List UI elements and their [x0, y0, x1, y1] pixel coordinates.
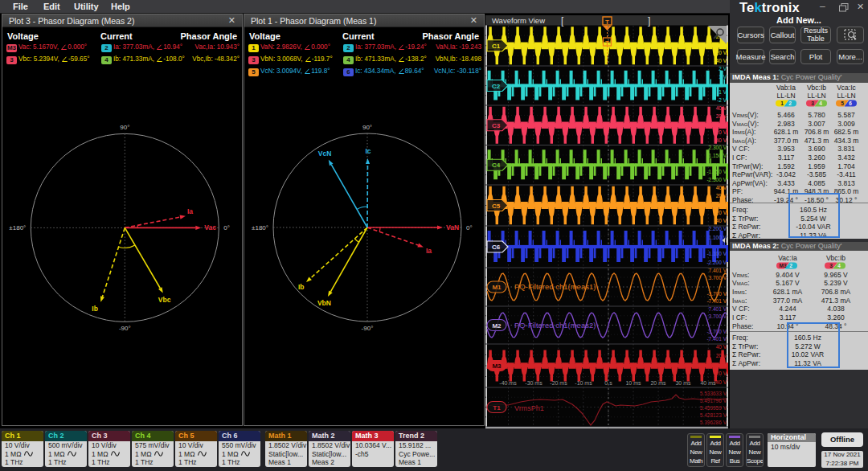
svg-text:2.300 V: 2.300 V — [709, 145, 727, 150]
svg-text:5.533633 V: 5.533633 V — [700, 391, 727, 396]
svg-text:VcN: VcN — [318, 149, 332, 158]
svg-text:Ib: Ib — [298, 283, 305, 291]
svg-text:7.401 V: 7.401 V — [709, 306, 727, 312]
svg-text:3: 3 — [811, 100, 814, 106]
svg-text:Waveform View: Waveform View — [492, 16, 545, 25]
svg-text:±180°: ±180° — [9, 224, 26, 231]
svg-text:-40 V: -40 V — [714, 58, 727, 63]
svg-text:-2.200 V: -2.200 V — [706, 260, 727, 265]
svg-text:-30 ms: -30 ms — [525, 380, 542, 386]
svg-text:20 V: 20 V — [716, 353, 727, 358]
svg-text:0 s: 0 s — [604, 380, 612, 386]
svg-text:5.428123 V: 5.428123 V — [700, 412, 727, 418]
svg-text:Vbc: Vbc — [158, 296, 171, 304]
svg-text:6: 6 — [849, 100, 852, 106]
svg-text:5.396286 V: 5.396286 V — [700, 420, 727, 425]
svg-text:T: T — [605, 39, 609, 47]
svg-text:4: 4 — [819, 100, 822, 106]
svg-text:-90°: -90° — [119, 325, 131, 332]
svg-text:PQ-Filtered ch1(meas1): PQ-Filtered ch1(meas1) — [514, 282, 596, 291]
svg-text:]: ] — [648, 15, 650, 27]
svg-text:C3: C3 — [492, 122, 501, 129]
svg-text:2: 2 — [788, 100, 792, 106]
svg-text:C1: C1 — [492, 43, 501, 50]
svg-text:-20 V: -20 V — [714, 129, 727, 135]
svg-text:-40 V: -40 V — [714, 379, 727, 385]
svg-text:M3: M3 — [492, 362, 502, 370]
svg-text:2.200 V: 2.200 V — [709, 226, 727, 231]
svg-text:20 ms: 20 ms — [650, 380, 666, 386]
svg-text:M3: M3 — [779, 263, 786, 268]
svg-text:40 V: 40 V — [716, 185, 727, 190]
svg-text:T1: T1 — [493, 404, 501, 412]
svg-text:3.700 V: 3.700 V — [709, 275, 727, 281]
svg-text:-7.401 V: -7.401 V — [706, 298, 727, 304]
svg-text:5: 5 — [841, 100, 844, 106]
svg-text:-2 V: -2 V — [717, 97, 727, 103]
svg-text:C5: C5 — [492, 203, 501, 210]
svg-text:3: 3 — [829, 263, 833, 268]
svg-text:-1.100 V: -1.100 V — [706, 251, 727, 256]
svg-text:1.150 V: 1.150 V — [709, 153, 727, 158]
svg-text:Ib: Ib — [92, 305, 98, 313]
svg-text:40 V: 40 V — [716, 105, 727, 111]
svg-text:-40 ms: -40 ms — [499, 380, 517, 386]
svg-text:PQ-Filtered ch1(meas2): PQ-Filtered ch1(meas2) — [514, 321, 596, 330]
svg-text:-3.700 V: -3.700 V — [706, 291, 727, 297]
svg-text:C2: C2 — [492, 83, 501, 90]
svg-text:-3.700 V: -3.700 V — [706, 329, 727, 334]
svg-text:C4: C4 — [492, 162, 501, 169]
svg-text:2 V: 2 V — [719, 66, 727, 72]
svg-text:M1: M1 — [492, 284, 502, 291]
svg-text:VbN: VbN — [317, 299, 331, 307]
svg-text:-90°: -90° — [362, 325, 374, 332]
svg-text:M2: M2 — [492, 322, 502, 330]
svg-text:20 V: 20 V — [716, 193, 727, 199]
svg-text:20 V: 20 V — [716, 113, 727, 119]
svg-text:0°: 0° — [223, 224, 230, 231]
svg-text:Ia: Ia — [187, 207, 193, 215]
svg-text:5.459959 V: 5.459959 V — [700, 405, 727, 411]
svg-text:10 ms: 10 ms — [625, 380, 641, 386]
svg-text:-7.401 V: -7.401 V — [706, 336, 727, 342]
svg-text:-40 V: -40 V — [714, 137, 727, 143]
svg-text:-40 V: -40 V — [714, 218, 727, 223]
svg-text:±180°: ±180° — [252, 224, 268, 231]
svg-text:VaN: VaN — [446, 223, 459, 231]
svg-text:VrmsPh1: VrmsPh1 — [514, 404, 544, 412]
svg-text:90°: 90° — [362, 124, 372, 131]
svg-text:90°: 90° — [120, 124, 129, 131]
svg-text:-1.150 V: -1.150 V — [706, 169, 727, 174]
svg-text:0°: 0° — [466, 224, 473, 231]
svg-text:30 ms: 30 ms — [675, 380, 691, 386]
svg-text:Ic: Ic — [366, 147, 371, 155]
svg-text:5.491796 V: 5.491796 V — [700, 398, 727, 403]
svg-text:-1 V: -1 V — [717, 89, 727, 95]
svg-text:-20 V: -20 V — [714, 371, 727, 376]
svg-text:T: T — [605, 18, 609, 26]
svg-text:40 V: 40 V — [716, 344, 727, 350]
svg-text:4: 4 — [837, 263, 841, 268]
svg-text:-20 V: -20 V — [714, 210, 727, 215]
svg-text:2: 2 — [789, 263, 792, 268]
svg-text:7.401 V: 7.401 V — [709, 268, 727, 273]
svg-text:1: 1 — [780, 100, 784, 106]
svg-text:C6: C6 — [492, 244, 501, 251]
svg-text:Ia: Ia — [426, 247, 432, 255]
svg-text:1 V: 1 V — [719, 74, 727, 80]
svg-text:-10 ms: -10 ms — [575, 380, 592, 386]
svg-text:-2.300 V: -2.300 V — [706, 177, 727, 182]
svg-text:-20 V: -20 V — [714, 50, 727, 55]
svg-text:3.700 V: 3.700 V — [709, 313, 727, 319]
svg-text:Vac: Vac — [204, 223, 216, 231]
svg-text:-20 ms: -20 ms — [550, 380, 567, 386]
